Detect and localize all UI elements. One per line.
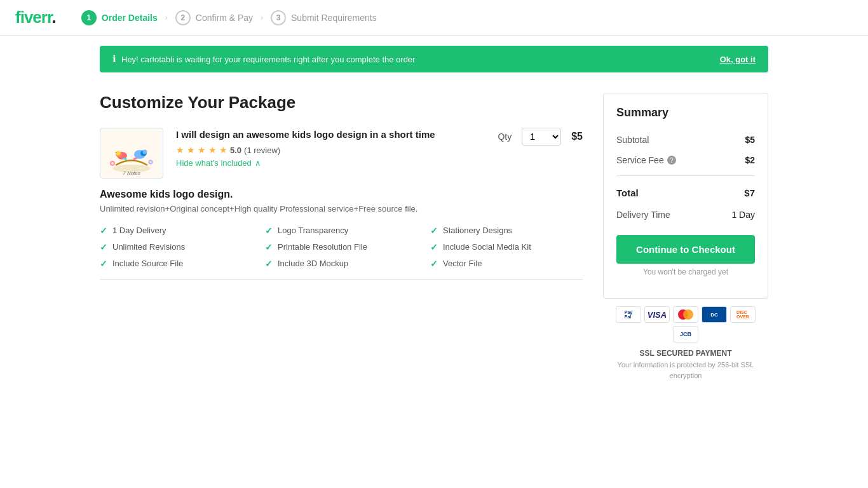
svg-point-11 [111, 162, 114, 165]
paypal-icon: PayPal [616, 306, 641, 323]
svg-point-13 [149, 161, 152, 163]
info-icon: ℹ [112, 53, 116, 65]
product-title: I will design an awesome kids logo desig… [176, 128, 485, 141]
feature-4: ✓ Printable Resolution File [265, 242, 417, 252]
step-2[interactable]: 2 Confirm & Pay [175, 10, 253, 25]
desc-text: Unlimited revision+Original concept+High… [100, 203, 583, 215]
diners-icon: DC [702, 306, 727, 323]
logo[interactable]: fiverr. [15, 8, 56, 27]
qty-label: Qty [498, 132, 512, 142]
total-value: $7 [744, 187, 755, 198]
svg-point-4 [116, 151, 121, 156]
step-3[interactable]: 3 Submit Requirements [271, 10, 377, 25]
ssl-text: Your information is protected by 256-bit… [603, 360, 768, 381]
check-icon-5: ✓ [430, 242, 438, 252]
star-4: ★ [208, 145, 217, 155]
check-icon-8: ✓ [430, 259, 438, 269]
service-fee-row: Service Fee ? $2 [616, 150, 755, 170]
jcb-icon: JCB [673, 326, 698, 342]
delivery-label: Delivery Time [616, 210, 670, 220]
notification-message: Hey! cartotabli is waiting for your requ… [121, 55, 415, 64]
check-icon-4: ✓ [265, 242, 273, 252]
step-1-circle: 1 [81, 10, 97, 25]
not-charged-text: You won't be charged yet [616, 268, 755, 276]
star-3: ★ [198, 145, 206, 155]
product-info: I will design an awesome kids logo desig… [176, 128, 485, 168]
star-2: ★ [187, 145, 195, 155]
service-fee-label-wrap: Service Fee ? [616, 155, 676, 165]
check-icon-1: ✓ [265, 226, 273, 236]
feature-1: ✓ Logo Transparency [265, 226, 417, 236]
total-label: Total [616, 187, 639, 198]
payment-icons-row: PayPal VISA DC DISCOVER JCB [603, 306, 768, 342]
feature-6: ✓ Include Source File [100, 259, 252, 269]
step-3-label: Submit Requirements [291, 13, 377, 23]
feature-0: ✓ 1 Day Delivery [100, 226, 252, 236]
content-divider [100, 279, 583, 280]
feature-8: ✓ Vector File [430, 259, 583, 269]
product-image: 7 Notes [100, 128, 163, 179]
product-row: 7 Notes I will design an awesome kids lo… [100, 128, 583, 179]
step-1-label: Order Details [102, 13, 158, 23]
notification-wrap: ℹ Hey! cartotabli is waiting for your re… [85, 46, 783, 72]
step-arrow-2: › [261, 13, 263, 22]
feature-7: ✓ Include 3D Mockup [265, 259, 417, 269]
delivery-row: Delivery Time 1 Day [616, 205, 755, 225]
hide-link[interactable]: Hide what's included ∧ [176, 158, 261, 168]
check-icon-7: ✓ [265, 259, 273, 269]
step-1[interactable]: 1 Order Details [81, 10, 158, 25]
service-fee-value: $2 [745, 155, 755, 165]
sidebar: Summary Subtotal $5 Service Fee ? $2 Tot… [603, 93, 768, 381]
summary-title: Summary [616, 106, 755, 119]
discover-icon: DISCOVER [730, 306, 756, 323]
mastercard-icon [673, 306, 698, 323]
check-icon-6: ✓ [100, 259, 107, 269]
qty-price-block: Qty 1 2 3 $5 [498, 128, 583, 146]
svg-text:7 Notes: 7 Notes [123, 170, 140, 176]
rating-value: 5.0 [230, 146, 241, 155]
page-title: Customize Your Package [100, 93, 583, 112]
notification-bar: ℹ Hey! cartotabli is waiting for your re… [100, 46, 768, 72]
description-block: Awesome kids logo design. Unlimited revi… [100, 189, 583, 215]
service-fee-info-icon[interactable]: ? [667, 156, 676, 165]
header: fiverr. 1 Order Details › 2 Confirm & Pa… [0, 0, 868, 36]
step-arrow-1: › [165, 13, 168, 22]
notification-content: ℹ Hey! cartotabli is waiting for your re… [112, 53, 415, 65]
delivery-value: 1 Day [731, 210, 755, 220]
notification-action[interactable]: Ok, got it [720, 55, 756, 64]
summary-card: Summary Subtotal $5 Service Fee ? $2 Tot… [603, 93, 768, 299]
step-3-circle: 3 [271, 10, 286, 25]
desc-title: Awesome kids logo design. [100, 189, 583, 200]
subtotal-row: Subtotal $5 [616, 130, 755, 150]
step-2-label: Confirm & Pay [196, 13, 253, 23]
feature-5: ✓ Include Social Media Kit [430, 242, 583, 252]
check-icon-3: ✓ [100, 242, 107, 252]
subtotal-label: Subtotal [616, 135, 649, 145]
features-grid: ✓ 1 Day Delivery ✓ Logo Transparency ✓ S… [100, 226, 583, 269]
steps-nav: 1 Order Details › 2 Confirm & Pay › 3 Su… [81, 10, 377, 25]
arrow-icon: ∧ [255, 158, 261, 168]
star-5: ★ [219, 145, 227, 155]
feature-2: ✓ Stationery Designs [430, 226, 583, 236]
subtotal-value: $5 [745, 135, 755, 145]
checkout-button[interactable]: Continue to Checkout [616, 235, 755, 264]
check-icon-0: ✓ [100, 226, 107, 236]
main-layout: Customize Your Package [85, 83, 783, 391]
check-icon-2: ✓ [430, 226, 438, 236]
summary-divider [616, 175, 755, 176]
ssl-block: SSL SECURED PAYMENT Your information is … [603, 349, 768, 381]
svg-point-8 [143, 150, 147, 154]
content-area: Customize Your Package [100, 93, 583, 290]
visa-icon: VISA [644, 306, 670, 323]
service-fee-label: Service Fee [616, 155, 664, 165]
review-count: (1 review) [244, 146, 280, 155]
product-price: $5 [571, 131, 583, 142]
stars-row: ★ ★ ★ ★ ★ 5.0 (1 review) [176, 145, 485, 155]
feature-3: ✓ Unlimited Revisions [100, 242, 252, 252]
step-2-circle: 2 [175, 10, 191, 25]
ssl-title: SSL SECURED PAYMENT [603, 349, 768, 358]
qty-select[interactable]: 1 2 3 [522, 128, 561, 146]
star-1: ★ [176, 145, 184, 155]
svg-point-16 [683, 309, 693, 320]
total-row: Total $7 [616, 181, 755, 205]
